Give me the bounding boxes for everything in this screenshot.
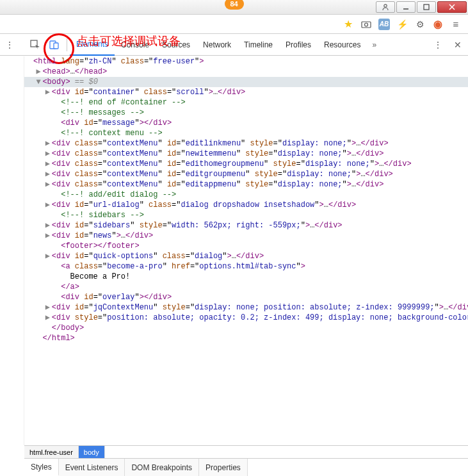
devtools-menu-icon[interactable]: ⋮ — [0, 40, 19, 50]
sidebar-tab-styles[interactable]: Styles — [24, 459, 59, 476]
dom-tree-line[interactable]: ▶<div class="contextMenu" id="editgroupm… — [24, 169, 468, 179]
sidebar-tab-event-listeners[interactable]: Event Listeners — [59, 459, 125, 476]
svg-point-6 — [365, 23, 368, 26]
dom-tree-line[interactable]: </a> — [24, 282, 468, 292]
dom-tree-line[interactable]: <footer></footer> — [24, 241, 468, 251]
dom-tree-line[interactable]: ▶<div id="news">…</div> — [24, 231, 468, 241]
dom-tree-line[interactable]: <div id="message"></div> — [24, 118, 468, 128]
expand-triangle-icon[interactable]: ▶ — [45, 179, 52, 190]
dom-tree-line[interactable]: ▶<div class="contextMenu" id="editlinkme… — [24, 138, 468, 149]
expand-triangle-icon[interactable]: ▶ — [36, 67, 42, 77]
expand-triangle-icon[interactable]: ▼ — [36, 77, 42, 87]
dom-tree-line[interactable]: <!--! sidebars --> — [24, 210, 468, 220]
more-tabs-icon[interactable]: » — [367, 40, 382, 49]
devtools-tabbar: ⋮ ElementsConsoleSourcesNetworkTimelineP… — [0, 34, 468, 56]
inspect-element-icon[interactable] — [26, 34, 45, 56]
gear-icon[interactable]: ⚙ — [414, 19, 426, 30]
svg-rect-2 — [424, 4, 429, 10]
expand-triangle-icon[interactable]: ▶ — [45, 200, 52, 210]
devtools-close-icon[interactable]: ✕ — [454, 40, 462, 50]
devtools-tab-elements[interactable]: Elements — [70, 34, 115, 56]
devtools-tab-resources[interactable]: Resources — [318, 34, 367, 56]
close-button[interactable] — [437, 1, 467, 13]
sidebar-tab-properties[interactable]: Properties — [199, 459, 248, 476]
minimize-button[interactable] — [396, 1, 416, 13]
dom-tree-line[interactable]: ▼<body> == $0 — [24, 77, 468, 87]
dom-tree-line[interactable]: ▶<div class="contextMenu" id="editappmen… — [24, 179, 468, 190]
breadcrumb-item[interactable]: body — [79, 446, 105, 458]
dom-tree-line[interactable]: <!--! add/edit dialog --> — [24, 190, 468, 200]
dom-tree-line[interactable]: </html> — [24, 333, 468, 343]
svg-rect-5 — [362, 22, 371, 28]
expand-triangle-icon[interactable]: ▶ — [45, 313, 52, 323]
dom-tree-line[interactable]: <!--! context menu --> — [24, 128, 468, 138]
hamburger-menu-icon[interactable]: ≡ — [450, 19, 462, 30]
styles-sidebar-tabs: StylesEvent ListenersDOM BreakpointsProp… — [24, 458, 468, 476]
swirl-extension-icon[interactable]: ◉ — [432, 19, 444, 30]
dom-tree-line[interactable]: ▶<head>…</head> — [24, 67, 468, 77]
svg-point-0 — [384, 4, 387, 7]
dom-tree-line[interactable]: ▶<div id="jqContextMenu" style="display:… — [24, 302, 468, 313]
dom-tree-line[interactable]: </body> — [24, 323, 468, 333]
notification-badge[interactable]: 84 — [225, 0, 244, 10]
devtools-tab-timeline[interactable]: Timeline — [238, 34, 279, 56]
dom-tree-line[interactable]: <!--! end of #container --> — [24, 97, 468, 108]
expand-triangle-icon[interactable]: ▶ — [45, 138, 52, 149]
dom-tree-line[interactable]: <!--! messages --> — [24, 108, 468, 118]
dom-tree-line[interactable]: ▶<div style="position: absolute; opacity… — [24, 313, 468, 323]
dom-gutter — [0, 56, 24, 445]
dom-tree-line[interactable]: ▶<div id="sidebars" style="width: 562px;… — [24, 220, 468, 231]
dom-tree-line[interactable]: ▶<div class="contextMenu" id="edithomegr… — [24, 159, 468, 169]
expand-triangle-icon[interactable]: ▶ — [45, 220, 52, 231]
dom-tree-line[interactable]: <a class="become-a-pro" href="options.ht… — [24, 261, 468, 272]
dom-tree-line[interactable]: <html lang="zh-CN" class="free-user"> — [24, 56, 468, 67]
devtools-tab-profiles[interactable]: Profiles — [279, 34, 318, 56]
dom-tree-line[interactable]: <div id="overlay"></div> — [24, 292, 468, 302]
ab-extension-icon[interactable]: AB — [378, 19, 390, 30]
expand-triangle-icon[interactable]: ▶ — [45, 149, 52, 159]
star-icon[interactable]: ★ — [343, 19, 354, 30]
user-button[interactable] — [376, 1, 395, 13]
device-toggle-icon[interactable] — [45, 34, 64, 56]
camera-icon[interactable] — [360, 19, 372, 30]
devtools-tab-sources[interactable]: Sources — [156, 34, 197, 56]
breadcrumb-item[interactable]: html.free-user — [24, 446, 79, 458]
dom-tree-line[interactable]: ▶<div id="quick-options" class="dialog">… — [24, 251, 468, 261]
expand-triangle-icon[interactable]: ▶ — [45, 87, 52, 97]
bolt-icon[interactable]: ⚡ — [396, 19, 408, 30]
dom-tree-line[interactable]: Become a Pro! — [24, 272, 468, 282]
devtools-tab-console[interactable]: Console — [115, 34, 156, 56]
maximize-button[interactable] — [417, 1, 436, 13]
window-titlebar: 84 — [0, 0, 468, 15]
breadcrumb-bar: html.free-userbody — [24, 445, 468, 458]
devtools-settings-icon[interactable]: ⋮ — [428, 40, 448, 50]
dom-tree-panel[interactable]: <html lang="zh-CN" class="free-user"> ▶<… — [24, 56, 468, 445]
sidebar-tab-dom-breakpoints[interactable]: DOM Breakpoints — [125, 459, 199, 476]
separator — [67, 38, 67, 51]
expand-triangle-icon[interactable]: ▶ — [45, 302, 52, 313]
svg-rect-9 — [54, 43, 58, 49]
dom-tree-line[interactable]: ▶<div class="contextMenu" id="newitemmen… — [24, 149, 468, 159]
expand-triangle-icon[interactable]: ▶ — [45, 251, 52, 261]
expand-triangle-icon[interactable]: ▶ — [45, 159, 52, 169]
devtools-tab-network[interactable]: Network — [197, 34, 238, 56]
expand-triangle-icon[interactable]: ▶ — [45, 231, 52, 241]
dom-tree-line[interactable]: ▶<div id="url-dialog" class="dialog drop… — [24, 200, 468, 210]
browser-toolbar: ★ AB ⚡ ⚙ ◉ ≡ — [0, 15, 468, 34]
expand-triangle-icon[interactable]: ▶ — [45, 169, 52, 179]
dom-tree-line[interactable]: ▶<div id="container" class="scroll">…</d… — [24, 87, 468, 97]
